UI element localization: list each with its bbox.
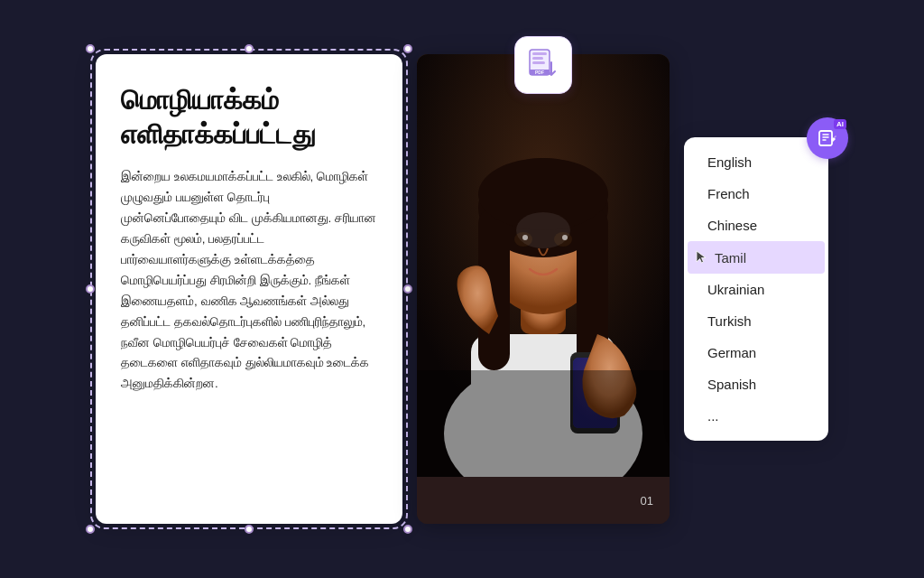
svg-rect-21	[532, 61, 545, 64]
cursor-arrow-icon	[695, 249, 709, 266]
lang-item-more[interactable]: ...	[688, 400, 825, 432]
pdf-icon: PDF	[526, 48, 560, 82]
corner-handle-tl[interactable]	[86, 44, 95, 53]
lang-item-german[interactable]: German	[688, 337, 825, 368]
language-dropdown[interactable]: English French Chinese Tamil Ukrainian T…	[684, 137, 828, 441]
photo-footer: 01	[417, 477, 670, 524]
pdf-button[interactable]: PDF	[514, 36, 572, 94]
lang-item-chinese[interactable]: Chinese	[688, 210, 825, 241]
ai-edit-icon	[817, 127, 838, 149]
lang-item-spanish[interactable]: Spanish	[688, 368, 825, 400]
svg-rect-24	[819, 131, 832, 145]
corner-handle-br[interactable]	[403, 525, 412, 534]
ai-badge-label: AI	[834, 119, 846, 129]
photo-image	[417, 54, 670, 477]
corner-handle-tm[interactable]	[245, 44, 254, 53]
card-title: மொழியாக்கம் எளிதாக்கப்பட்டது	[121, 83, 377, 151]
corner-handle-ml[interactable]	[86, 284, 95, 294]
photo-card: 01	[417, 54, 670, 524]
scene: மொழியாக்கம் எளிதாக்கப்பட்டது இன்றைய உலகம…	[29, 27, 895, 551]
page-number: 01	[641, 494, 653, 508]
corner-handle-mr[interactable]	[403, 284, 412, 294]
ai-button[interactable]: AI	[807, 117, 848, 159]
lang-item-ukrainian[interactable]: Ukrainian	[688, 274, 825, 305]
lang-item-tamil[interactable]: Tamil	[688, 241, 825, 274]
text-card: மொழியாக்கம் எளிதாக்கப்பட்டது இன்றைய உலகம…	[96, 54, 402, 524]
svg-rect-20	[532, 57, 543, 60]
lang-item-tamil-label: Tamil	[715, 250, 746, 266]
svg-point-16	[516, 212, 570, 248]
corner-handle-tr[interactable]	[403, 44, 412, 53]
lang-item-turkish[interactable]: Turkish	[688, 305, 825, 337]
lang-item-english[interactable]: English	[688, 146, 825, 178]
person-illustration	[417, 54, 670, 477]
corner-handle-bl[interactable]	[86, 525, 95, 534]
right-panel: English French Chinese Tamil Ukrainian T…	[684, 137, 828, 441]
svg-rect-19	[532, 52, 547, 55]
photo-card-wrapper: 01 PDF	[417, 54, 670, 524]
card-body: இன்றைய உலகமயமாக்கப்பட்ட உலகில், மொழிகள் …	[121, 167, 377, 395]
svg-rect-17	[417, 370, 670, 477]
lang-item-french[interactable]: French	[688, 178, 825, 210]
corner-handle-bm[interactable]	[245, 525, 254, 534]
dropdown-wrapper: English French Chinese Tamil Ukrainian T…	[684, 137, 828, 441]
svg-text:PDF: PDF	[535, 70, 544, 75]
